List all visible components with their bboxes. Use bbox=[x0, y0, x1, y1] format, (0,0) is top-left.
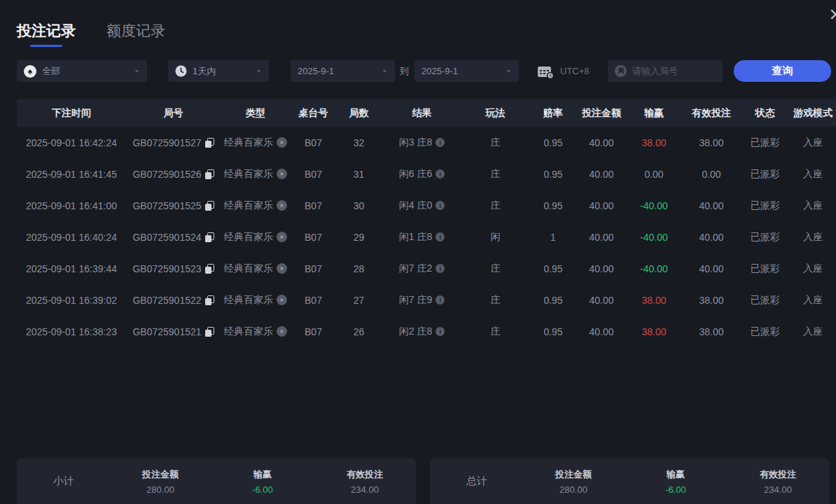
bet-records-table: 下注时间 局号 类型 桌台号 局数 结果 玩法 赔率 投注金额 输赢 有效投注 … bbox=[17, 99, 836, 347]
info-icon[interactable]: i bbox=[436, 295, 445, 304]
valid-bet-cell: 0.00 bbox=[702, 169, 720, 180]
bet-amount-cell: 40.00 bbox=[589, 232, 613, 243]
bet-time-cell: 2025-09-01 16:38:23 bbox=[26, 326, 117, 337]
chevron-down-icon: ▼ bbox=[256, 69, 262, 74]
info-icon[interactable]: i bbox=[436, 327, 445, 336]
subtotal-label: 小计 bbox=[53, 475, 109, 488]
info-icon[interactable]: i bbox=[436, 201, 445, 210]
copy-icon[interactable] bbox=[205, 201, 214, 211]
round-no-cell: 31 bbox=[354, 169, 365, 180]
table-no-cell: B07 bbox=[305, 295, 322, 306]
copy-icon[interactable] bbox=[205, 138, 214, 148]
time-range-select[interactable]: 1天内 ▼ bbox=[168, 60, 269, 82]
round-no-cell: 28 bbox=[354, 263, 365, 274]
status-cell: 已派彩 bbox=[751, 136, 780, 149]
game-type-cell: 经典百家乐 bbox=[224, 136, 273, 149]
video-replay-icon[interactable] bbox=[277, 263, 287, 274]
info-icon[interactable]: i bbox=[436, 264, 445, 273]
column-header-game-mode: 游戏模式 bbox=[790, 107, 836, 120]
video-replay-icon[interactable] bbox=[277, 326, 287, 337]
valid-bet-cell: 38.00 bbox=[699, 137, 723, 148]
table-row: 2025-09-01 16:41:45 GB0725901526 经典百家乐 B… bbox=[17, 158, 836, 190]
game-type-value: 全部 bbox=[42, 65, 60, 78]
round-id-cell: GB0725901526 bbox=[132, 169, 201, 180]
game-mode-cell: 入座 bbox=[803, 231, 823, 244]
time-range-value: 1天内 bbox=[193, 65, 216, 78]
query-button[interactable]: 查询 bbox=[734, 60, 831, 82]
column-header-table-no: 桌台号 bbox=[291, 107, 336, 120]
info-icon[interactable]: i bbox=[436, 138, 445, 147]
copy-icon[interactable] bbox=[205, 169, 214, 179]
status-cell: 已派彩 bbox=[751, 326, 780, 338]
tab-quota-records[interactable]: 额度记录 bbox=[106, 21, 165, 41]
table-row: 2025-09-01 16:41:00 GB0725901525 经典百家乐 B… bbox=[17, 190, 836, 221]
table-no-cell: B07 bbox=[305, 263, 322, 274]
info-icon[interactable]: i bbox=[436, 232, 445, 241]
game-type-cell: 经典百家乐 bbox=[224, 294, 273, 307]
total-bar: 总计 投注金额 280.00 输赢 -6.00 有效投注 234.00 bbox=[430, 458, 829, 504]
round-id-cell: GB0725901524 bbox=[132, 232, 201, 243]
odds-cell: 0.95 bbox=[543, 137, 562, 148]
bet-time-cell: 2025-09-01 16:40:24 bbox=[26, 232, 117, 243]
game-mode-cell: 入座 bbox=[803, 168, 823, 181]
copy-icon[interactable] bbox=[205, 264, 214, 274]
copy-icon[interactable] bbox=[205, 327, 214, 337]
bet-amount-cell: 40.00 bbox=[589, 169, 613, 180]
date-from-select[interactable]: 2025-9-1 ▼ bbox=[291, 60, 395, 82]
column-header-round-id: 局号 bbox=[126, 107, 221, 120]
bet-amount-cell: 40.00 bbox=[589, 326, 613, 337]
bet-time-cell: 2025-09-01 16:39:44 bbox=[26, 263, 117, 274]
video-replay-icon[interactable] bbox=[277, 295, 287, 305]
table-row: 2025-09-01 16:38:23 GB0725901521 经典百家乐 B… bbox=[17, 316, 836, 347]
filter-bar: ♠ 全部 ▼ 1天内 ▼ 2025-9-1 ▼ 到 2025-9-1 ▼ UTC… bbox=[0, 60, 836, 82]
game-type-cell: 经典百家乐 bbox=[224, 326, 273, 338]
table-no-cell: B07 bbox=[305, 200, 322, 211]
round-id-cell: GB0725901523 bbox=[132, 263, 201, 274]
column-header-round-no: 局数 bbox=[336, 107, 382, 120]
game-mode-cell: 入座 bbox=[803, 326, 823, 338]
subtotal-valid-value: 234.00 bbox=[351, 484, 379, 495]
winloss-cell: -40.00 bbox=[640, 263, 668, 274]
spade-icon: ♠ bbox=[24, 65, 36, 78]
round-no-cell: 32 bbox=[354, 137, 365, 148]
round-id-cell: GB0725901527 bbox=[132, 137, 201, 148]
total-amount-value: 280.00 bbox=[559, 484, 587, 495]
play-cell: 庄 bbox=[491, 294, 501, 307]
valid-bet-cell: 38.00 bbox=[699, 295, 723, 306]
table-row: 2025-09-01 16:42:24 GB0725901527 经典百家乐 B… bbox=[17, 127, 836, 158]
copy-icon[interactable] bbox=[205, 295, 214, 305]
column-header-bet-amount: 投注金额 bbox=[578, 107, 625, 120]
bet-amount-cell: 40.00 bbox=[589, 137, 613, 148]
bet-time-cell: 2025-09-01 16:41:45 bbox=[26, 169, 117, 180]
subtotal-winloss-value: -6.00 bbox=[252, 484, 273, 495]
bet-time-cell: 2025-09-01 16:42:24 bbox=[26, 137, 117, 148]
tab-betting-records[interactable]: 投注记录 bbox=[17, 21, 76, 41]
date-to-select[interactable]: 2025-9-1 ▼ bbox=[414, 60, 519, 82]
play-cell: 闲 bbox=[491, 231, 501, 244]
close-icon[interactable]: × bbox=[829, 3, 836, 25]
status-cell: 已派彩 bbox=[751, 294, 780, 307]
video-replay-icon[interactable] bbox=[277, 232, 287, 242]
calendar-clock-icon[interactable] bbox=[536, 64, 555, 79]
table-row: 2025-09-01 16:39:44 GB0725901523 经典百家乐 B… bbox=[17, 253, 836, 284]
game-type-select[interactable]: ♠ 全部 ▼ bbox=[17, 60, 147, 82]
winloss-cell: -40.00 bbox=[640, 232, 668, 243]
subtotal-bar: 小计 投注金额 280.00 输赢 -6.00 有效投注 234.00 bbox=[17, 458, 416, 504]
status-cell: 已派彩 bbox=[751, 231, 780, 244]
table-header-row: 下注时间 局号 类型 桌台号 局数 结果 玩法 赔率 投注金额 输赢 有效投注 … bbox=[17, 99, 836, 127]
video-replay-icon[interactable] bbox=[277, 200, 287, 211]
video-replay-icon[interactable] bbox=[277, 169, 287, 179]
odds-cell: 0.95 bbox=[543, 263, 562, 274]
game-mode-cell: 入座 bbox=[803, 136, 823, 149]
date-from-value: 2025-9-1 bbox=[298, 66, 334, 76]
total-valid-value: 234.00 bbox=[764, 484, 792, 495]
video-replay-icon[interactable] bbox=[277, 137, 287, 148]
round-number-input[interactable] bbox=[632, 66, 709, 76]
winloss-cell: 38.00 bbox=[641, 137, 666, 148]
result-cell: 闲7 庄2 bbox=[399, 262, 432, 275]
round-id-cell: GB0725901522 bbox=[132, 295, 201, 306]
copy-icon[interactable] bbox=[205, 232, 214, 242]
info-icon[interactable]: i bbox=[436, 169, 445, 178]
column-header-winloss: 输赢 bbox=[625, 107, 683, 120]
result-cell: 闲3 庄8 bbox=[399, 136, 432, 149]
